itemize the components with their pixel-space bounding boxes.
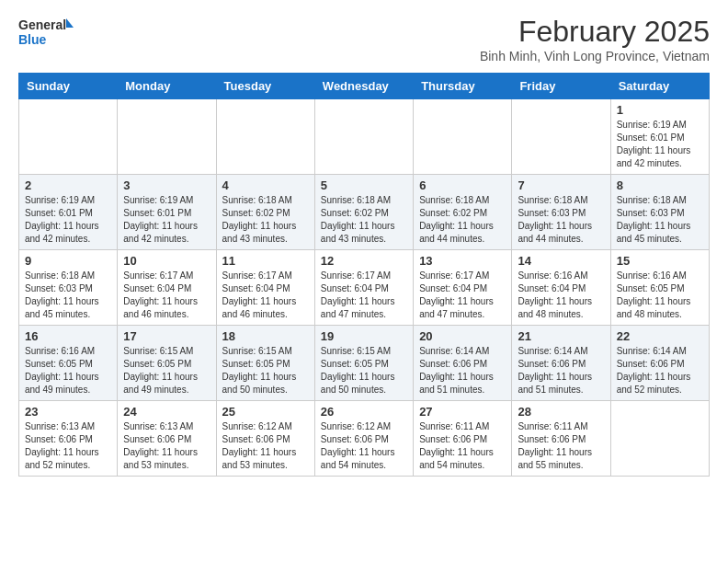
day-cell: 3Sunrise: 6:19 AM Sunset: 6:01 PM Daylig…	[118, 175, 216, 250]
day-info: Sunrise: 6:18 AM Sunset: 6:02 PM Dayligh…	[419, 194, 506, 246]
day-cell: 19Sunrise: 6:15 AM Sunset: 6:05 PM Dayli…	[314, 326, 413, 401]
day-number: 10	[123, 254, 210, 268]
day-info: Sunrise: 6:16 AM Sunset: 6:04 PM Dayligh…	[518, 270, 604, 321]
day-cell: 9Sunrise: 6:18 AM Sunset: 6:03 PM Daylig…	[19, 250, 118, 326]
day-number: 28	[518, 405, 604, 419]
day-cell: 27Sunrise: 6:11 AM Sunset: 6:06 PM Dayli…	[414, 401, 512, 477]
day-number: 18	[222, 329, 309, 343]
day-cell: 24Sunrise: 6:13 AM Sunset: 6:06 PM Dayli…	[118, 401, 216, 477]
day-info: Sunrise: 6:14 AM Sunset: 6:06 PM Dayligh…	[617, 345, 703, 396]
day-number: 14	[518, 254, 604, 268]
day-cell: 7Sunrise: 6:18 AM Sunset: 6:03 PM Daylig…	[512, 175, 610, 250]
day-cell: 25Sunrise: 6:12 AM Sunset: 6:06 PM Dayli…	[216, 401, 314, 477]
day-number: 11	[222, 254, 309, 268]
logo: General Blue	[18, 15, 74, 50]
day-cell	[118, 99, 216, 175]
title-block: February 2025 Binh Minh, Vinh Long Provi…	[480, 15, 710, 63]
day-number: 13	[419, 254, 506, 268]
day-info: Sunrise: 6:19 AM Sunset: 6:01 PM Dayligh…	[617, 119, 703, 170]
day-number: 17	[123, 329, 210, 343]
week-row-3: 9Sunrise: 6:18 AM Sunset: 6:03 PM Daylig…	[19, 250, 710, 326]
day-number: 5	[321, 178, 407, 192]
weekday-wednesday: Wednesday	[314, 74, 413, 99]
day-info: Sunrise: 6:18 AM Sunset: 6:03 PM Dayligh…	[518, 194, 604, 246]
day-number: 4	[222, 178, 309, 192]
day-number: 8	[617, 178, 703, 192]
day-cell: 13Sunrise: 6:17 AM Sunset: 6:04 PM Dayli…	[414, 250, 512, 326]
day-cell: 21Sunrise: 6:14 AM Sunset: 6:06 PM Dayli…	[512, 326, 610, 401]
day-cell: 10Sunrise: 6:17 AM Sunset: 6:04 PM Dayli…	[118, 250, 216, 326]
month-year: February 2025	[480, 15, 710, 49]
day-cell: 1Sunrise: 6:19 AM Sunset: 6:01 PM Daylig…	[610, 99, 709, 175]
day-info: Sunrise: 6:12 AM Sunset: 6:06 PM Dayligh…	[222, 420, 309, 472]
day-number: 27	[419, 405, 506, 419]
day-cell: 18Sunrise: 6:15 AM Sunset: 6:05 PM Dayli…	[216, 326, 314, 401]
day-info: Sunrise: 6:14 AM Sunset: 6:06 PM Dayligh…	[419, 345, 506, 396]
day-cell: 8Sunrise: 6:18 AM Sunset: 6:03 PM Daylig…	[610, 175, 709, 250]
day-number: 20	[419, 329, 506, 343]
week-row-5: 23Sunrise: 6:13 AM Sunset: 6:06 PM Dayli…	[19, 401, 710, 477]
day-number: 23	[25, 405, 111, 419]
weekday-header-row: SundayMondayTuesdayWednesdayThursdayFrid…	[19, 74, 710, 99]
day-number: 6	[419, 178, 506, 192]
day-number: 9	[25, 254, 111, 268]
day-info: Sunrise: 6:19 AM Sunset: 6:01 PM Dayligh…	[123, 194, 210, 246]
day-cell	[314, 99, 413, 175]
day-info: Sunrise: 6:17 AM Sunset: 6:04 PM Dayligh…	[123, 270, 210, 321]
day-number: 12	[321, 254, 407, 268]
day-number: 19	[321, 329, 407, 343]
day-info: Sunrise: 6:11 AM Sunset: 6:06 PM Dayligh…	[518, 420, 604, 472]
location: Binh Minh, Vinh Long Province, Vietnam	[480, 49, 710, 63]
day-number: 2	[25, 178, 111, 192]
day-number: 24	[123, 405, 210, 419]
day-cell: 23Sunrise: 6:13 AM Sunset: 6:06 PM Dayli…	[19, 401, 118, 477]
day-info: Sunrise: 6:19 AM Sunset: 6:01 PM Dayligh…	[25, 194, 111, 246]
day-cell: 4Sunrise: 6:18 AM Sunset: 6:02 PM Daylig…	[216, 175, 314, 250]
day-info: Sunrise: 6:16 AM Sunset: 6:05 PM Dayligh…	[25, 345, 111, 396]
day-info: Sunrise: 6:17 AM Sunset: 6:04 PM Dayligh…	[321, 270, 407, 321]
day-cell: 14Sunrise: 6:16 AM Sunset: 6:04 PM Dayli…	[512, 250, 610, 326]
week-row-2: 2Sunrise: 6:19 AM Sunset: 6:01 PM Daylig…	[19, 175, 710, 250]
week-row-1: 1Sunrise: 6:19 AM Sunset: 6:01 PM Daylig…	[19, 99, 710, 175]
day-number: 26	[321, 405, 407, 419]
day-number: 25	[222, 405, 309, 419]
weekday-friday: Friday	[512, 74, 610, 99]
day-number: 16	[25, 329, 111, 343]
day-cell: 6Sunrise: 6:18 AM Sunset: 6:02 PM Daylig…	[414, 175, 512, 250]
day-number: 21	[518, 329, 604, 343]
weekday-monday: Monday	[118, 74, 216, 99]
day-info: Sunrise: 6:12 AM Sunset: 6:06 PM Dayligh…	[321, 420, 407, 472]
calendar-table: SundayMondayTuesdayWednesdayThursdayFrid…	[18, 73, 710, 477]
day-cell: 2Sunrise: 6:19 AM Sunset: 6:01 PM Daylig…	[19, 175, 118, 250]
day-cell: 20Sunrise: 6:14 AM Sunset: 6:06 PM Dayli…	[414, 326, 512, 401]
day-number: 15	[617, 254, 703, 268]
day-info: Sunrise: 6:14 AM Sunset: 6:06 PM Dayligh…	[518, 345, 604, 396]
day-number: 22	[617, 329, 703, 343]
svg-text:General: General	[18, 17, 66, 32]
weekday-tuesday: Tuesday	[216, 74, 314, 99]
day-info: Sunrise: 6:11 AM Sunset: 6:06 PM Dayligh…	[419, 420, 506, 472]
day-cell: 5Sunrise: 6:18 AM Sunset: 6:02 PM Daylig…	[314, 175, 413, 250]
day-cell: 22Sunrise: 6:14 AM Sunset: 6:06 PM Dayli…	[610, 326, 709, 401]
day-cell: 12Sunrise: 6:17 AM Sunset: 6:04 PM Dayli…	[314, 250, 413, 326]
day-info: Sunrise: 6:13 AM Sunset: 6:06 PM Dayligh…	[123, 420, 210, 472]
day-number: 3	[123, 178, 210, 192]
day-cell: 17Sunrise: 6:15 AM Sunset: 6:05 PM Dayli…	[118, 326, 216, 401]
day-info: Sunrise: 6:15 AM Sunset: 6:05 PM Dayligh…	[123, 345, 210, 396]
day-cell	[414, 99, 512, 175]
day-info: Sunrise: 6:17 AM Sunset: 6:04 PM Dayligh…	[419, 270, 506, 321]
day-info: Sunrise: 6:18 AM Sunset: 6:02 PM Dayligh…	[222, 194, 309, 246]
day-cell	[610, 401, 709, 477]
day-cell	[19, 99, 118, 175]
day-info: Sunrise: 6:18 AM Sunset: 6:02 PM Dayligh…	[321, 194, 407, 246]
day-cell: 28Sunrise: 6:11 AM Sunset: 6:06 PM Dayli…	[512, 401, 610, 477]
weekday-thursday: Thursday	[414, 74, 512, 99]
day-cell: 11Sunrise: 6:17 AM Sunset: 6:04 PM Dayli…	[216, 250, 314, 326]
day-cell: 26Sunrise: 6:12 AM Sunset: 6:06 PM Dayli…	[314, 401, 413, 477]
page-header: General Blue February 2025 Binh Minh, Vi…	[18, 15, 710, 63]
day-info: Sunrise: 6:13 AM Sunset: 6:06 PM Dayligh…	[25, 420, 111, 472]
weekday-sunday: Sunday	[19, 74, 118, 99]
day-cell: 16Sunrise: 6:16 AM Sunset: 6:05 PM Dayli…	[19, 326, 118, 401]
day-info: Sunrise: 6:17 AM Sunset: 6:04 PM Dayligh…	[222, 270, 309, 321]
day-info: Sunrise: 6:16 AM Sunset: 6:05 PM Dayligh…	[617, 270, 703, 321]
